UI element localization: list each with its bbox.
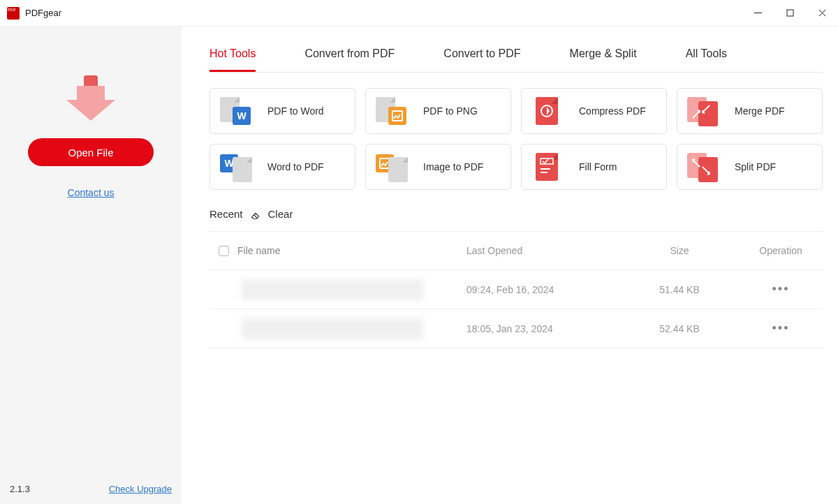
table-row[interactable]: 18:05, Jan 23, 2024 52.44 KB ••• xyxy=(210,309,823,348)
svg-rect-5 xyxy=(541,168,550,170)
drop-file-icon xyxy=(66,68,115,117)
tab-convert-from-pdf[interactable]: Convert from PDF xyxy=(304,47,395,72)
pdf-to-png-icon xyxy=(374,97,409,125)
select-all-checkbox[interactable] xyxy=(219,246,229,256)
tool-label: Split PDF xyxy=(735,161,776,172)
sidebar: Open File Contact us 2.1.3 Check Upgrade xyxy=(0,27,182,504)
app-title: PDFgear xyxy=(25,8,61,18)
recent-label: Recent xyxy=(210,208,243,220)
tool-tabs: Hot Tools Convert from PDF Convert to PD… xyxy=(210,47,823,73)
cell-last-opened: 18:05, Jan 23, 2024 xyxy=(466,323,620,334)
tab-convert-to-pdf[interactable]: Convert to PDF xyxy=(443,47,520,72)
eraser-icon xyxy=(250,209,261,219)
app-logo-icon xyxy=(7,7,20,20)
file-name-redacted xyxy=(242,279,423,300)
tool-merge-pdf[interactable]: Merge PDF xyxy=(677,88,823,134)
main-panel: Hot Tools Convert from PDF Convert to PD… xyxy=(182,27,838,504)
tool-label: Merge PDF xyxy=(735,105,785,117)
image-to-pdf-icon xyxy=(374,153,409,181)
tool-split-pdf[interactable]: Split PDF xyxy=(677,144,823,190)
col-file-name: File name xyxy=(237,245,466,256)
file-name-redacted xyxy=(242,318,423,339)
fill-form-icon xyxy=(530,153,565,181)
svg-rect-6 xyxy=(541,172,547,173)
table-row[interactable]: 09:24, Feb 16, 2024 51.44 KB ••• xyxy=(210,270,823,309)
tool-word-to-pdf[interactable]: W Word to PDF xyxy=(210,144,355,190)
tool-grid: W PDF to Word PDF to PNG xyxy=(210,88,823,190)
tool-fill-form[interactable]: Fill Form xyxy=(521,144,667,190)
row-operation-button[interactable]: ••• xyxy=(739,282,823,297)
svg-rect-0 xyxy=(787,10,793,16)
col-size: Size xyxy=(620,245,739,256)
tool-label: PDF to PNG xyxy=(423,105,478,117)
tool-label: Word to PDF xyxy=(267,161,324,172)
row-operation-button[interactable]: ••• xyxy=(739,321,823,336)
titlebar: PDFgear xyxy=(0,0,838,27)
clear-recent-button[interactable]: Clear xyxy=(268,208,293,220)
tool-label: Fill Form xyxy=(579,161,617,172)
cell-size: 52.44 KB xyxy=(620,323,739,334)
open-file-button[interactable]: Open File xyxy=(28,138,154,166)
maximize-button[interactable] xyxy=(774,0,806,27)
cell-last-opened: 09:24, Feb 16, 2024 xyxy=(466,284,620,295)
recent-table: File name Last Opened Size Operation 09:… xyxy=(210,231,823,348)
recent-header: Recent Clear xyxy=(210,208,823,220)
tab-merge-split[interactable]: Merge & Split xyxy=(570,47,637,72)
tool-label: Image to PDF xyxy=(423,161,483,172)
check-upgrade-link[interactable]: Check Upgrade xyxy=(109,484,172,494)
split-pdf-icon xyxy=(686,153,721,181)
table-header: File name Last Opened Size Operation xyxy=(210,231,823,270)
tool-pdf-to-png[interactable]: PDF to PNG xyxy=(365,88,511,134)
close-button[interactable] xyxy=(806,0,838,27)
contact-us-link[interactable]: Contact us xyxy=(68,187,115,198)
minimize-button[interactable] xyxy=(742,0,774,27)
tab-hot-tools[interactable]: Hot Tools xyxy=(210,47,256,72)
tab-all-tools[interactable]: All Tools xyxy=(686,47,727,72)
svg-rect-1 xyxy=(392,111,402,121)
tool-label: PDF to Word xyxy=(267,105,324,117)
cell-size: 51.44 KB xyxy=(620,284,739,295)
word-to-pdf-icon: W xyxy=(219,153,253,181)
merge-pdf-icon xyxy=(686,97,721,125)
compress-pdf-icon xyxy=(530,97,565,125)
window-controls xyxy=(742,0,838,27)
tool-image-to-pdf[interactable]: Image to PDF xyxy=(365,144,511,190)
tool-label: Compress PDF xyxy=(579,105,646,117)
pdf-to-word-icon: W xyxy=(219,97,253,125)
tool-pdf-to-word[interactable]: W PDF to Word xyxy=(210,88,355,134)
version-label: 2.1.3 xyxy=(10,484,30,494)
col-last-opened: Last Opened xyxy=(466,245,620,256)
col-operation: Operation xyxy=(739,245,823,256)
tool-compress-pdf[interactable]: Compress PDF xyxy=(521,88,667,134)
